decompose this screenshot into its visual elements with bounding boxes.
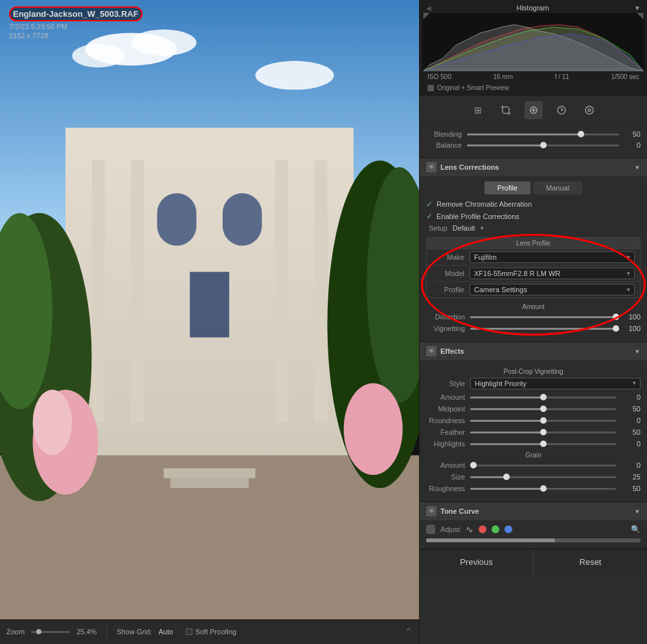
- zoom-label: Zoom: [6, 628, 25, 636]
- post-crop-header: Post-Crop Vignetting: [426, 368, 641, 375]
- tab-profile[interactable]: Profile: [484, 181, 530, 194]
- crop-tool[interactable]: [497, 101, 515, 119]
- roundness-slider[interactable]: [470, 420, 616, 422]
- distortion-row: Distortion 100: [426, 313, 641, 321]
- grain-roughness-value: 50: [621, 485, 641, 492]
- curve-green-dot[interactable]: [492, 525, 499, 533]
- distortion-slider[interactable]: [470, 316, 616, 318]
- lens-profile-wrapper: Lens Profile Make Fujifilm ▾ Model XF16-: [426, 237, 641, 332]
- lens-profile-header: Lens Profile: [427, 238, 640, 249]
- tone-curve-search-icon[interactable]: 🔍: [631, 525, 641, 534]
- adjust-tool[interactable]: ⊞: [469, 101, 487, 119]
- model-value-field[interactable]: XF16-55mmF2.8 R LM WR ▾: [470, 268, 635, 279]
- profile-value-field[interactable]: Camera Settings ▾: [470, 284, 635, 295]
- blending-section: Blending 50 Balance 0: [420, 125, 647, 157]
- midpoint-label: Midpoint: [426, 405, 465, 413]
- lens-corrections-arrow: ▼: [634, 164, 641, 171]
- grain-size-value: 25: [621, 473, 641, 481]
- highlights-value: 0: [621, 440, 641, 448]
- blending-label: Blending: [426, 130, 462, 138]
- svg-point-4: [255, 61, 334, 89]
- curve-line-icon[interactable]: ∿: [466, 524, 473, 535]
- soft-proofing-checkbox[interactable]: [186, 628, 192, 635]
- datetime: 7/2/23 5:29:50 PM: [9, 23, 142, 30]
- reset-button[interactable]: Reset: [533, 549, 647, 575]
- effects-eye-icon[interactable]: 👁: [426, 346, 437, 356]
- grain-header: Grain: [426, 452, 641, 459]
- lens-corrections-section: 👁 Lens Corrections ▼ Profile Manual ✓ Re…: [420, 157, 647, 341]
- filename: England-Jackson_W_5003.RAF: [9, 6, 142, 21]
- show-grid-value[interactable]: Auto: [159, 628, 174, 636]
- lens-tabs: Profile Manual: [426, 181, 641, 194]
- tab-manual[interactable]: Manual: [533, 181, 582, 194]
- svg-rect-12: [190, 272, 229, 338]
- grain-amount-slider[interactable]: [470, 465, 616, 466]
- effects-title: Effects: [440, 347, 464, 355]
- dimensions: 5152 x 7728: [9, 32, 142, 40]
- curve-blue-dot[interactable]: [505, 525, 512, 533]
- healing-tool[interactable]: [525, 101, 543, 119]
- aperture-info: f / 11: [555, 73, 569, 80]
- profile-label: Profile: [432, 286, 464, 293]
- presets-tool[interactable]: [580, 101, 598, 119]
- highlights-slider[interactable]: [470, 443, 616, 445]
- grain-roughness-slider[interactable]: [470, 488, 616, 490]
- histogram-section: ◀ Histogram ▼: [420, 0, 647, 96]
- histogram-canvas: [422, 13, 644, 71]
- expand-icon[interactable]: ⌃: [404, 626, 413, 638]
- svg-rect-6: [92, 161, 105, 422]
- svg-point-39: [588, 109, 591, 111]
- tone-curve-point-toggle[interactable]: [426, 525, 435, 534]
- tone-curve-header[interactable]: 👁 Tone Curve ▼: [420, 502, 647, 520]
- histogram-collapse[interactable]: ◀: [426, 5, 431, 12]
- zoom-slider[interactable]: [31, 631, 70, 633]
- setup-value[interactable]: Default: [453, 224, 475, 232]
- lens-corrections-title: Lens Corrections: [440, 163, 499, 171]
- shutter-info: 1/500 sec: [611, 73, 639, 80]
- make-value-field[interactable]: Fujifilm ▾: [470, 251, 635, 263]
- feather-slider[interactable]: [470, 431, 616, 433]
- tone-curve-eye-icon[interactable]: 👁: [426, 506, 437, 516]
- highlights-row: Highlights 0: [426, 440, 641, 448]
- grain-roughness-label: Roughness: [426, 485, 465, 492]
- grain-size-slider[interactable]: [470, 476, 616, 478]
- setup-arrow: ▾: [481, 225, 484, 231]
- make-label: Make: [432, 253, 464, 261]
- lens-corrections-header[interactable]: 👁 Lens Corrections ▼: [420, 158, 647, 176]
- photo-info: England-Jackson_W_5003.RAF 7/2/23 5:29:5…: [9, 6, 142, 40]
- balance-value: 0: [624, 141, 641, 149]
- svg-point-26: [344, 383, 403, 475]
- tone-curve-adjust-row: Adjust ∿ 🔍: [426, 524, 641, 535]
- enable-profile-checkbox[interactable]: ✓: [426, 212, 433, 221]
- midpoint-row: Midpoint 50: [426, 405, 641, 413]
- effects-header[interactable]: 👁 Effects ▼: [420, 342, 647, 360]
- grain-roughness-row: Roughness 50: [426, 485, 641, 492]
- style-value-field[interactable]: Highlight Priority ▾: [470, 378, 641, 389]
- histogram-arrow[interactable]: ▼: [634, 5, 641, 12]
- curve-red-dot[interactable]: [479, 525, 486, 533]
- bottom-toolbar: Zoom 25.4% Show Grid: Auto Soft Proofing…: [0, 619, 419, 644]
- make-arrow: ▾: [627, 254, 630, 260]
- vignette-amount-slider[interactable]: [470, 397, 616, 398]
- grain-amount-row: Amount 0: [426, 461, 641, 469]
- blending-slider[interactable]: [467, 133, 619, 135]
- balance-label: Balance: [426, 141, 462, 149]
- preview-label: Original + Smart Preview: [422, 82, 644, 93]
- midpoint-value: 50: [621, 405, 641, 413]
- tone-curve-section: 👁 Tone Curve ▼ Adjust ∿ 🔍: [420, 501, 647, 549]
- effects-content: Post-Crop Vignetting Style Highlight Pri…: [420, 360, 647, 501]
- vignette-amount-value: 0: [621, 393, 641, 401]
- show-grid-label: Show Grid:: [117, 628, 152, 636]
- balance-slider[interactable]: [467, 144, 619, 146]
- profile-row: Profile Camera Settings ▾: [427, 281, 640, 297]
- tone-curve-bar: [426, 538, 641, 542]
- vignette-amount-label: Amount: [426, 393, 465, 401]
- history-tool[interactable]: [552, 101, 571, 119]
- vignetting-slider[interactable]: [470, 328, 616, 330]
- midpoint-slider[interactable]: [470, 408, 616, 410]
- style-dropdown-arrow: ▾: [633, 380, 636, 387]
- remove-ca-checkbox[interactable]: ✓: [426, 200, 433, 209]
- lens-eye-icon[interactable]: 👁: [426, 162, 437, 172]
- svg-rect-10: [157, 193, 197, 246]
- previous-button[interactable]: Previous: [420, 549, 533, 575]
